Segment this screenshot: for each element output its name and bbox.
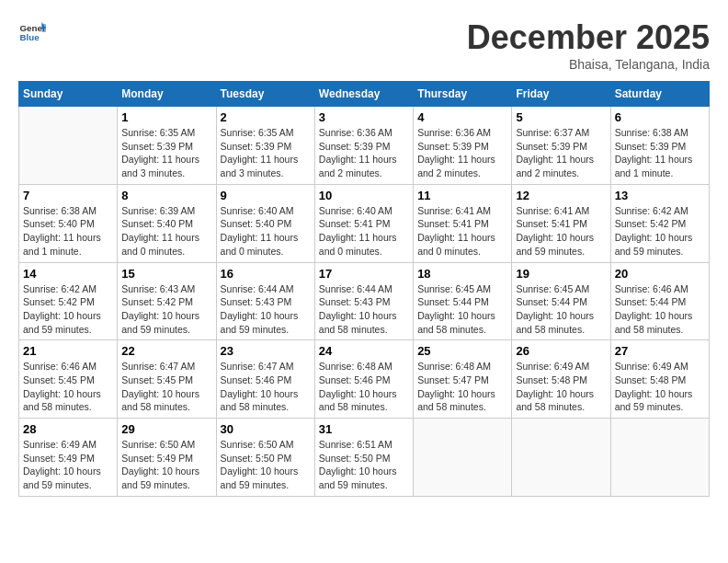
day-number: 17	[319, 267, 409, 281]
day-number: 9	[221, 189, 311, 202]
day-info: Sunrise: 6:36 AM Sunset: 5:39 PM Dayligh…	[417, 126, 507, 180]
day-info: Sunrise: 6:49 AM Sunset: 5:49 PM Dayligh…	[23, 438, 113, 492]
day-info: Sunrise: 6:41 AM Sunset: 5:41 PM Dayligh…	[417, 204, 507, 259]
day-info: Sunrise: 6:49 AM Sunset: 5:48 PM Dayligh…	[615, 360, 705, 414]
day-number: 22	[121, 344, 211, 358]
calendar-day-cell	[512, 419, 610, 497]
day-number: 29	[121, 422, 211, 436]
calendar-day-cell: 14Sunrise: 6:42 AM Sunset: 5:42 PM Dayli…	[19, 262, 118, 340]
day-number: 6	[615, 110, 705, 124]
calendar-day-cell: 19Sunrise: 6:45 AM Sunset: 5:44 PM Dayli…	[512, 262, 610, 340]
calendar-day-cell: 16Sunrise: 6:44 AM Sunset: 5:43 PM Dayli…	[216, 262, 314, 340]
calendar-week-row: 14Sunrise: 6:42 AM Sunset: 5:42 PM Dayli…	[19, 262, 710, 340]
calendar-day-cell: 30Sunrise: 6:50 AM Sunset: 5:50 PM Dayli…	[216, 419, 314, 497]
title-block: December 2025 Bhaisa, Telangana, India	[467, 18, 710, 72]
day-number: 15	[121, 267, 211, 281]
weekday-header-saturday: Saturday	[610, 82, 709, 107]
day-info: Sunrise: 6:50 AM Sunset: 5:50 PM Dayligh…	[221, 438, 311, 492]
logo-icon: General Blue	[18, 18, 46, 46]
svg-text:Blue: Blue	[20, 32, 40, 42]
day-number: 18	[417, 267, 507, 281]
calendar-day-cell	[610, 419, 709, 497]
day-info: Sunrise: 6:48 AM Sunset: 5:47 PM Dayligh…	[417, 360, 507, 414]
weekday-header-monday: Monday	[118, 82, 216, 107]
calendar-day-cell: 17Sunrise: 6:44 AM Sunset: 5:43 PM Dayli…	[314, 262, 413, 340]
day-number: 21	[23, 344, 113, 358]
calendar-day-cell: 3Sunrise: 6:36 AM Sunset: 5:39 PM Daylig…	[314, 107, 413, 185]
calendar-day-cell: 4Sunrise: 6:36 AM Sunset: 5:39 PM Daylig…	[414, 107, 512, 185]
calendar-day-cell: 28Sunrise: 6:49 AM Sunset: 5:49 PM Dayli…	[19, 419, 118, 497]
month-title: December 2025	[467, 18, 710, 57]
calendar-day-cell: 1Sunrise: 6:35 AM Sunset: 5:39 PM Daylig…	[118, 107, 216, 185]
day-info: Sunrise: 6:51 AM Sunset: 5:50 PM Dayligh…	[319, 438, 409, 492]
calendar-day-cell: 20Sunrise: 6:46 AM Sunset: 5:44 PM Dayli…	[610, 262, 709, 340]
day-number: 10	[319, 189, 409, 202]
day-info: Sunrise: 6:37 AM Sunset: 5:39 PM Dayligh…	[516, 126, 606, 180]
calendar-week-row: 7Sunrise: 6:38 AM Sunset: 5:40 PM Daylig…	[19, 184, 710, 262]
calendar-day-cell: 22Sunrise: 6:47 AM Sunset: 5:45 PM Dayli…	[118, 340, 216, 419]
day-number: 1	[121, 110, 211, 124]
calendar-day-cell: 29Sunrise: 6:50 AM Sunset: 5:49 PM Dayli…	[118, 419, 216, 497]
day-number: 31	[319, 422, 409, 436]
calendar-day-cell: 13Sunrise: 6:42 AM Sunset: 5:42 PM Dayli…	[610, 184, 709, 262]
page-header: General Blue December 2025 Bhaisa, Telan…	[18, 18, 710, 72]
calendar-day-cell: 18Sunrise: 6:45 AM Sunset: 5:44 PM Dayli…	[414, 262, 512, 340]
weekday-header-tuesday: Tuesday	[216, 82, 314, 107]
day-number: 8	[121, 189, 211, 202]
day-info: Sunrise: 6:40 AM Sunset: 5:40 PM Dayligh…	[221, 204, 311, 259]
weekday-header-row: SundayMondayTuesdayWednesdayThursdayFrid…	[19, 82, 710, 107]
day-number: 11	[417, 189, 507, 202]
weekday-header-friday: Friday	[512, 82, 610, 107]
day-number: 19	[516, 267, 606, 281]
calendar-day-cell: 12Sunrise: 6:41 AM Sunset: 5:41 PM Dayli…	[512, 184, 610, 262]
day-number: 13	[615, 189, 705, 202]
calendar-body: 1Sunrise: 6:35 AM Sunset: 5:39 PM Daylig…	[19, 107, 710, 497]
calendar-day-cell: 26Sunrise: 6:49 AM Sunset: 5:48 PM Dayli…	[512, 340, 610, 419]
calendar-day-cell	[414, 419, 512, 497]
day-number: 4	[417, 110, 507, 124]
day-number: 23	[221, 344, 311, 358]
calendar-week-row: 1Sunrise: 6:35 AM Sunset: 5:39 PM Daylig…	[19, 107, 710, 185]
day-info: Sunrise: 6:36 AM Sunset: 5:39 PM Dayligh…	[319, 126, 409, 180]
day-number: 30	[221, 422, 311, 436]
day-number: 7	[23, 189, 113, 202]
calendar-day-cell: 27Sunrise: 6:49 AM Sunset: 5:48 PM Dayli…	[610, 340, 709, 419]
day-number: 27	[615, 344, 705, 358]
day-number: 26	[516, 344, 606, 358]
day-number: 5	[516, 110, 606, 124]
day-info: Sunrise: 6:39 AM Sunset: 5:40 PM Dayligh…	[121, 204, 211, 259]
logo: General Blue	[18, 18, 46, 46]
calendar-day-cell: 6Sunrise: 6:38 AM Sunset: 5:39 PM Daylig…	[610, 107, 709, 185]
day-number: 2	[221, 110, 311, 124]
day-number: 16	[221, 267, 311, 281]
calendar-day-cell: 7Sunrise: 6:38 AM Sunset: 5:40 PM Daylig…	[19, 184, 118, 262]
day-info: Sunrise: 6:44 AM Sunset: 5:43 PM Dayligh…	[319, 282, 409, 337]
calendar-week-row: 28Sunrise: 6:49 AM Sunset: 5:49 PM Dayli…	[19, 419, 710, 497]
day-info: Sunrise: 6:48 AM Sunset: 5:46 PM Dayligh…	[319, 360, 409, 414]
calendar-day-cell: 9Sunrise: 6:40 AM Sunset: 5:40 PM Daylig…	[216, 184, 314, 262]
day-info: Sunrise: 6:47 AM Sunset: 5:46 PM Dayligh…	[221, 360, 311, 414]
day-info: Sunrise: 6:38 AM Sunset: 5:39 PM Dayligh…	[615, 126, 705, 180]
day-info: Sunrise: 6:49 AM Sunset: 5:48 PM Dayligh…	[516, 360, 606, 414]
day-info: Sunrise: 6:42 AM Sunset: 5:42 PM Dayligh…	[23, 282, 113, 337]
calendar-day-cell: 10Sunrise: 6:40 AM Sunset: 5:41 PM Dayli…	[314, 184, 413, 262]
day-info: Sunrise: 6:35 AM Sunset: 5:39 PM Dayligh…	[121, 126, 211, 180]
weekday-header-wednesday: Wednesday	[314, 82, 413, 107]
calendar-day-cell: 2Sunrise: 6:35 AM Sunset: 5:39 PM Daylig…	[216, 107, 314, 185]
day-info: Sunrise: 6:46 AM Sunset: 5:45 PM Dayligh…	[23, 360, 113, 414]
day-info: Sunrise: 6:43 AM Sunset: 5:42 PM Dayligh…	[121, 282, 211, 337]
day-number: 20	[615, 267, 705, 281]
day-number: 3	[319, 110, 409, 124]
day-info: Sunrise: 6:42 AM Sunset: 5:42 PM Dayligh…	[615, 204, 705, 259]
calendar-day-cell: 31Sunrise: 6:51 AM Sunset: 5:50 PM Dayli…	[314, 419, 413, 497]
day-number: 25	[417, 344, 507, 358]
location: Bhaisa, Telangana, India	[467, 57, 710, 72]
calendar-day-cell: 24Sunrise: 6:48 AM Sunset: 5:46 PM Dayli…	[314, 340, 413, 419]
calendar-day-cell: 23Sunrise: 6:47 AM Sunset: 5:46 PM Dayli…	[216, 340, 314, 419]
calendar-day-cell: 5Sunrise: 6:37 AM Sunset: 5:39 PM Daylig…	[512, 107, 610, 185]
calendar-day-cell: 25Sunrise: 6:48 AM Sunset: 5:47 PM Dayli…	[414, 340, 512, 419]
calendar-day-cell: 15Sunrise: 6:43 AM Sunset: 5:42 PM Dayli…	[118, 262, 216, 340]
day-info: Sunrise: 6:50 AM Sunset: 5:49 PM Dayligh…	[121, 438, 211, 492]
weekday-header-thursday: Thursday	[414, 82, 512, 107]
day-info: Sunrise: 6:38 AM Sunset: 5:40 PM Dayligh…	[23, 204, 113, 259]
